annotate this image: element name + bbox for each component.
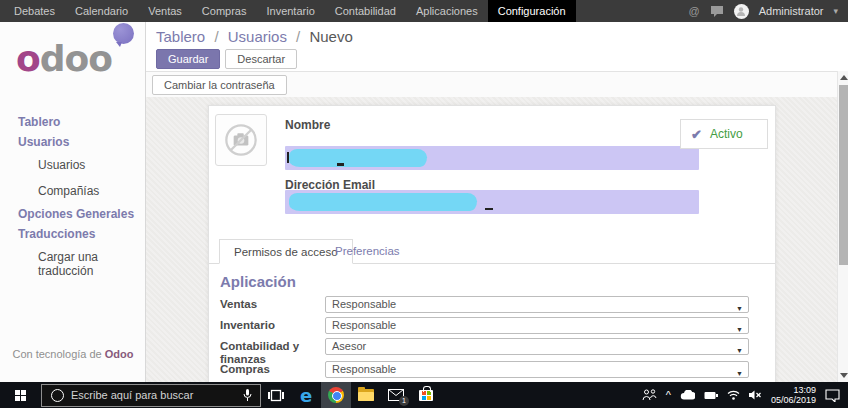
sidebar-item-companias[interactable]: Compañías <box>0 178 145 204</box>
main-content: Tablero / Usuarios / Nuevo Guardar Desca… <box>146 22 848 382</box>
show-hidden-icons-chevron[interactable]: ^ <box>666 389 671 401</box>
start-button[interactable] <box>0 382 40 408</box>
breadcrumb-separator: / <box>296 28 300 45</box>
scrollbar-thumb[interactable] <box>839 85 848 265</box>
active-label: Activo <box>710 127 743 141</box>
user-avatar[interactable] <box>734 4 749 19</box>
compras-label: Compras <box>220 363 320 376</box>
selected-value: Responsable <box>332 363 396 375</box>
edge-button[interactable]: e <box>291 382 321 408</box>
top-menu-items: Debates Calendario Ventas Compras Invent… <box>0 0 576 22</box>
breadcrumb-usuarios[interactable]: Usuarios <box>228 28 287 45</box>
logo-letter-accent: o <box>16 38 40 79</box>
inbox-at-icon[interactable]: @ <box>689 0 700 22</box>
battery-icon[interactable] <box>704 391 718 400</box>
system-tray: ^ 13:09 05/06/2019 <box>642 385 848 405</box>
breadcrumb-current: Nuevo <box>309 28 352 45</box>
edge-icon: e <box>300 385 312 406</box>
footer-brand-link[interactable]: Odoo <box>105 348 134 360</box>
selected-value: Responsable <box>332 298 396 310</box>
sidebar-item-cargar-traduccion[interactable]: Cargar una traducción <box>0 244 145 284</box>
sidebar-nav: Tablero Usuarios Usuarios Compañías Opci… <box>0 112 145 284</box>
active-toggle[interactable]: ✔ Activo <box>680 119 768 149</box>
powered-by-footer: Con tecnología de Odoo <box>0 348 146 360</box>
ventas-select[interactable]: Responsable ▼ <box>325 296 749 313</box>
avatar-upload[interactable] <box>215 114 267 166</box>
store-icon <box>419 390 433 401</box>
menu-contabilidad[interactable]: Contabilidad <box>325 0 406 22</box>
save-button[interactable]: Guardar <box>156 49 220 69</box>
menu-calendario[interactable]: Calendario <box>65 0 138 22</box>
chrome-icon <box>328 387 344 403</box>
sidebar-item-usuarios[interactable]: Usuarios <box>0 152 145 178</box>
ventas-label: Ventas <box>220 298 320 311</box>
selected-value: Responsable <box>332 319 396 331</box>
name-input[interactable] <box>285 146 699 170</box>
wifi-icon[interactable] <box>727 390 740 400</box>
mail-badge: 1 <box>399 396 409 406</box>
odoo-logo: odoo <box>16 38 112 79</box>
menu-compras[interactable]: Compras <box>192 0 257 22</box>
taskbar-clock[interactable]: 13:09 05/06/2019 <box>771 385 816 405</box>
form-action-strip: Cambiar la contraseña <box>146 71 848 97</box>
clock-date: 05/06/2019 <box>771 395 816 405</box>
email-input[interactable] <box>285 190 699 214</box>
breadcrumb: Tablero / Usuarios / Nuevo <box>156 28 353 45</box>
vertical-scrollbar[interactable] <box>837 71 848 382</box>
cortana-icon <box>51 389 64 402</box>
redaction-scribble <box>289 193 477 211</box>
menu-inventario[interactable]: Inventario <box>256 0 324 22</box>
redaction-scribble <box>289 149 427 167</box>
sidebar-item-usuarios-section[interactable]: Usuarios <box>0 132 145 152</box>
menu-ventas[interactable]: Ventas <box>138 0 192 22</box>
scroll-down-arrow[interactable] <box>840 373 848 378</box>
task-view-icon <box>268 389 284 402</box>
microphone-icon[interactable] <box>243 389 252 402</box>
file-explorer-button[interactable] <box>351 382 381 408</box>
breadcrumb-tablero[interactable]: Tablero <box>156 28 205 45</box>
discard-button[interactable]: Descartar <box>225 49 297 69</box>
folder-icon <box>358 389 374 401</box>
sidebar: odoo Tablero Usuarios Usuarios Compañías… <box>0 22 146 382</box>
scroll-up-arrow[interactable] <box>840 75 848 80</box>
mail-button[interactable]: 1 <box>381 382 411 408</box>
top-menu-bar: Debates Calendario Ventas Compras Invent… <box>0 0 848 22</box>
screen: Debates Calendario Ventas Compras Invent… <box>0 0 848 408</box>
compras-select[interactable]: Responsable ▼ <box>325 361 749 378</box>
footer-text: Con tecnología de <box>12 348 101 360</box>
breadcrumb-separator: / <box>214 28 218 45</box>
store-button[interactable] <box>411 382 441 408</box>
windows-logo-icon <box>15 390 26 401</box>
check-icon: ✔ <box>691 127 702 142</box>
chrome-button[interactable] <box>321 382 351 408</box>
dropdown-arrow-icon: ▼ <box>736 322 743 337</box>
search-placeholder: Escribe aquí para buscar <box>71 389 243 401</box>
menu-configuracion[interactable]: Configuración <box>488 0 576 22</box>
no-image-icon <box>219 118 263 162</box>
taskbar-search[interactable]: Escribe aquí para buscar <box>41 384 261 407</box>
action-center-icon[interactable] <box>825 389 840 402</box>
menu-debates[interactable]: Debates <box>4 0 65 22</box>
task-view-button[interactable] <box>261 382 291 408</box>
sidebar-item-traducciones[interactable]: Traducciones <box>0 224 145 244</box>
change-password-button[interactable]: Cambiar la contraseña <box>152 75 287 95</box>
sidebar-item-tablero[interactable]: Tablero <box>0 112 145 132</box>
user-menu[interactable]: Administrator <box>759 5 824 17</box>
menu-aplicaciones[interactable]: Aplicaciones <box>406 0 488 22</box>
tab-preferencias[interactable]: Preferencias <box>321 239 414 264</box>
onedrive-cloud-icon[interactable] <box>680 390 695 400</box>
dropdown-arrow-icon: ▼ <box>736 343 743 358</box>
windows-taskbar: Escribe aquí para buscar e 1 <box>0 382 848 408</box>
chat-bubble-icon[interactable] <box>710 5 724 18</box>
inventario-select[interactable]: Responsable ▼ <box>325 317 749 334</box>
contabilidad-select[interactable]: Asesor ▼ <box>325 338 749 355</box>
sidebar-item-opciones-generales[interactable]: Opciones Generales <box>0 204 145 224</box>
top-bar-right: @ Administrator ▾ <box>689 0 848 22</box>
odoo-balloon-icon <box>113 23 135 47</box>
clock-time: 13:09 <box>771 385 816 395</box>
chevron-down-icon[interactable]: ▾ <box>833 6 838 16</box>
people-icon[interactable] <box>642 389 657 401</box>
notebook-tabs: Permisos de acceso Preferencias <box>209 239 775 264</box>
volume-muted-icon[interactable] <box>749 390 762 400</box>
logo-letters: doo <box>40 38 112 79</box>
